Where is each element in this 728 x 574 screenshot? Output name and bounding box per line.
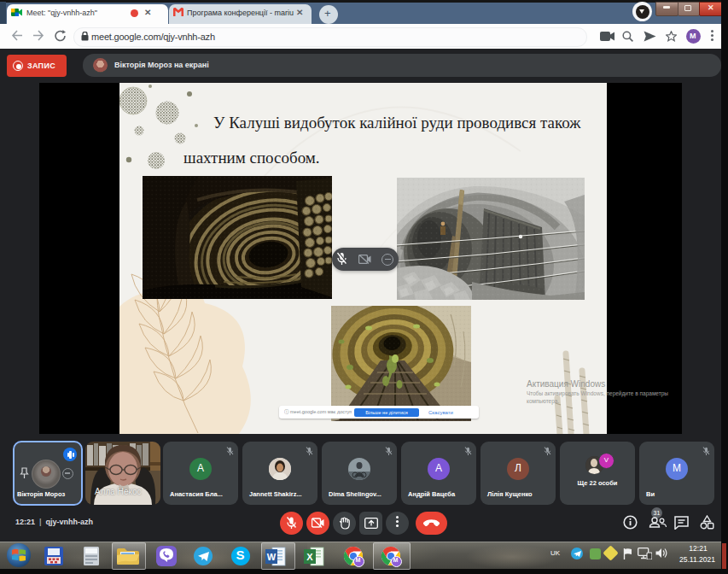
- svg-text:X: X: [306, 552, 313, 562]
- svg-text:W: W: [267, 552, 277, 562]
